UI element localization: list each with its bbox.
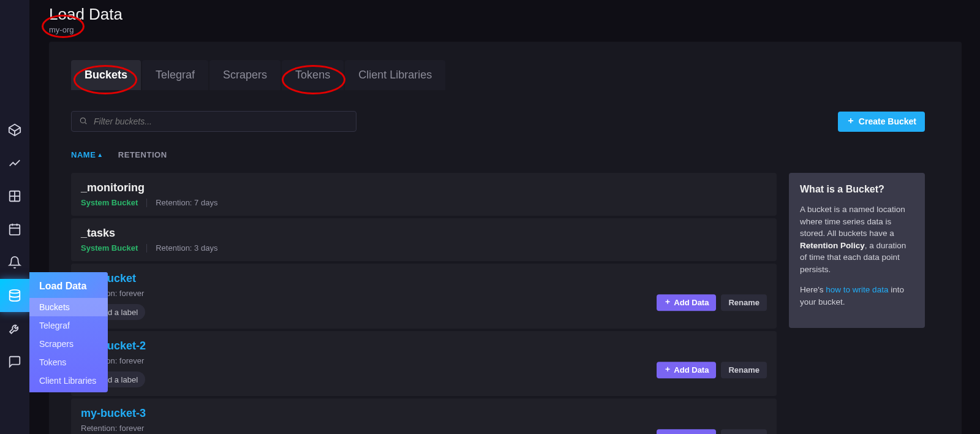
nav-load-data-icon[interactable]	[0, 279, 29, 312]
bucket-row: my-bucket Retention: forever + Add a lab…	[71, 264, 777, 329]
bucket-list: _monitoring System Bucket Retention: 7 d…	[71, 173, 777, 434]
tab-client-libraries[interactable]: Client Libraries	[345, 60, 445, 90]
tab-scrapers[interactable]: Scrapers	[209, 60, 281, 90]
popup-title: Load Data	[29, 272, 108, 298]
bucket-name[interactable]: my-bucket-3	[81, 407, 767, 420]
create-bucket-label: Create Bucket	[859, 116, 916, 126]
sort-name[interactable]: NAME▲	[71, 150, 104, 159]
info-title: What is a Bucket?	[800, 184, 914, 195]
page-org: my-org	[49, 25, 980, 34]
sort-row: NAME▲ RETENTION	[49, 132, 962, 167]
list-area: _monitoring System Bucket Retention: 7 d…	[49, 167, 962, 434]
tab-tokens[interactable]: Tokens	[282, 60, 344, 90]
bucket-name[interactable]: my-bucket-2	[81, 340, 767, 352]
bucket-name[interactable]: my-bucket	[81, 272, 767, 285]
add-data-button[interactable]: Add Data	[657, 362, 716, 378]
bucket-row: _monitoring System Bucket Retention: 7 d…	[71, 173, 777, 216]
bucket-retention: Retention: forever	[81, 424, 144, 433]
nav-feedback-icon[interactable]	[0, 345, 29, 378]
svg-rect-4	[10, 225, 20, 235]
info-link-write-data[interactable]: how to write data	[826, 285, 888, 294]
bucket-retention: Retention: 3 days	[156, 243, 217, 253]
popup-item-client-libraries[interactable]: Client Libraries	[29, 371, 108, 390]
nav-dashboards-icon[interactable]	[0, 180, 29, 213]
info-panel-column: What is a Bucket? A bucket is a named lo…	[789, 173, 925, 328]
nav-cube-icon[interactable]	[0, 113, 29, 147]
plus-icon	[664, 365, 671, 375]
plus-icon	[664, 298, 671, 307]
main: Load Data my-org Buckets Telegraf Scrape…	[49, 0, 980, 434]
page-title: Load Data	[49, 0, 980, 24]
bucket-row: _tasks System Bucket Retention: 3 days	[71, 218, 777, 261]
bucket-name[interactable]: _tasks	[81, 227, 767, 240]
info-panel: What is a Bucket? A bucket is a named lo…	[789, 173, 925, 328]
tab-telegraf[interactable]: Telegraf	[142, 60, 208, 90]
filter-row: Create Bucket	[49, 90, 962, 132]
create-bucket-button[interactable]: Create Bucket	[838, 112, 925, 132]
search-input[interactable]	[94, 116, 349, 126]
add-data-button[interactable]: Add Data	[657, 429, 716, 434]
content-panel: Buckets Telegraf Scrapers Tokens Client …	[49, 42, 962, 434]
sort-caret-icon: ▲	[97, 151, 103, 158]
search-icon	[79, 116, 88, 127]
rename-button[interactable]: Rename	[721, 294, 767, 311]
info-paragraph-1: A bucket is a named location where time …	[800, 204, 914, 275]
tab-buckets[interactable]: Buckets	[71, 60, 141, 90]
tabs: Buckets Telegraf Scrapers Tokens Client …	[49, 42, 962, 90]
bucket-row: my-bucket-3 Retention: forever + Add a l…	[71, 398, 777, 434]
nav-settings-icon[interactable]	[0, 312, 29, 345]
system-badge: System Bucket	[81, 198, 138, 207]
svg-line-10	[85, 122, 87, 124]
plus-icon	[846, 116, 855, 127]
nav-tasks-icon[interactable]	[0, 213, 29, 246]
load-data-popup: Load Data Buckets Telegraf Scrapers Toke…	[29, 272, 108, 392]
popup-item-buckets[interactable]: Buckets	[29, 298, 108, 316]
divider	[146, 244, 147, 253]
rename-button[interactable]: Rename	[721, 362, 767, 378]
add-data-button[interactable]: Add Data	[657, 294, 716, 311]
bucket-name[interactable]: _monitoring	[81, 181, 767, 194]
bucket-retention: Retention: 7 days	[156, 198, 217, 207]
nav-alerts-icon[interactable]	[0, 246, 29, 279]
nav-explore-icon[interactable]	[0, 147, 29, 180]
popup-item-scrapers[interactable]: Scrapers	[29, 335, 108, 353]
popup-item-telegraf[interactable]: Telegraf	[29, 316, 108, 335]
nav-rail	[0, 0, 29, 434]
svg-point-9	[80, 118, 85, 123]
popup-item-tokens[interactable]: Tokens	[29, 353, 108, 371]
bucket-row: my-bucket-2 Retention: forever + Add a l…	[71, 331, 777, 396]
info-paragraph-2: Here's how to write data into your bucke…	[800, 284, 914, 308]
sort-retention[interactable]: RETENTION	[118, 150, 167, 159]
search-box[interactable]	[71, 111, 356, 132]
rename-button[interactable]: Rename	[721, 429, 767, 434]
svg-point-8	[10, 290, 20, 294]
divider	[146, 199, 147, 207]
system-badge: System Bucket	[81, 243, 138, 253]
